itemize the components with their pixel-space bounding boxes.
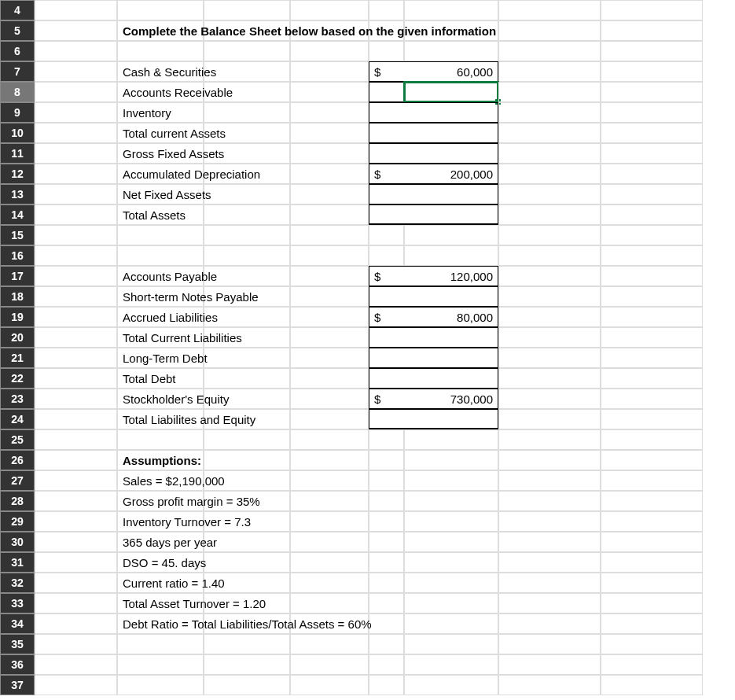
cell[interactable] [290,204,369,225]
cell[interactable] [35,123,117,143]
cell[interactable] [290,532,369,552]
cell[interactable] [290,61,369,82]
row-header-26[interactable]: 26 [0,450,35,470]
cell[interactable] [404,532,498,552]
cell[interactable] [117,675,204,695]
cell[interactable] [601,491,703,511]
label-cash[interactable]: Cash & Securities [117,61,204,82]
cell[interactable] [290,184,369,204]
cell[interactable] [601,532,703,552]
value-ta[interactable] [404,204,498,225]
cell[interactable] [601,409,703,429]
cell[interactable] [290,368,369,389]
assumption-6[interactable]: Current ratio = 1.40 [117,573,204,593]
cell[interactable] [601,102,703,123]
cell[interactable] [404,511,498,532]
value-tca-l[interactable] [369,123,404,143]
value-cash[interactable]: 60,000 [404,61,498,82]
assumption-4[interactable]: 365 days per year [117,532,204,552]
cell[interactable] [369,573,404,593]
label-accl[interactable]: Accrued Liabilities [117,307,204,327]
dollar-sign-cell[interactable]: $ [369,164,404,184]
value-inv[interactable] [404,102,498,123]
cell[interactable] [35,429,117,450]
cell[interactable] [601,61,703,82]
value-ltd-l[interactable] [369,348,404,368]
cell[interactable] [369,41,404,61]
row-header-32[interactable]: 32 [0,573,35,593]
cell[interactable] [369,675,404,695]
cell[interactable] [35,675,117,695]
cell[interactable] [35,61,117,82]
cell[interactable] [498,184,601,204]
cell[interactable] [117,634,204,654]
value-tle-l[interactable] [369,409,404,429]
cell[interactable] [35,491,117,511]
cell[interactable] [498,123,601,143]
dollar-sign-cell[interactable]: $ [369,389,404,409]
row-header-4[interactable]: 4 [0,0,35,20]
row-header-12[interactable]: 12 [0,164,35,184]
cell[interactable] [290,409,369,429]
assumption-7[interactable]: Total Asset Turnover = 1.20 [117,593,204,613]
cell[interactable] [35,634,117,654]
cell[interactable] [290,573,369,593]
cell[interactable] [35,573,117,593]
cell[interactable] [601,82,703,102]
cell[interactable] [369,225,404,245]
cell[interactable] [117,41,204,61]
cell[interactable] [601,143,703,164]
cell[interactable] [290,675,369,695]
cell[interactable] [498,102,601,123]
cell[interactable] [404,634,498,654]
cell[interactable] [404,491,498,511]
row-header-23[interactable]: 23 [0,389,35,409]
cell[interactable] [601,470,703,491]
cell[interactable] [404,593,498,613]
cell[interactable] [290,429,369,450]
cell[interactable] [601,675,703,695]
cell[interactable] [404,552,498,573]
cell[interactable] [498,654,601,675]
cell[interactable] [35,511,117,532]
cell[interactable] [601,552,703,573]
row-header-5[interactable]: 5 [0,20,35,41]
cell[interactable] [404,613,498,634]
cell[interactable] [204,245,290,266]
cell[interactable] [290,327,369,348]
cell[interactable] [35,613,117,634]
row-header-24[interactable]: 24 [0,409,35,429]
value-ltd[interactable] [404,348,498,368]
cell[interactable] [498,552,601,573]
cell[interactable] [204,204,290,225]
cell[interactable] [204,654,290,675]
value-accdep[interactable]: 200,000 [404,164,498,184]
cell[interactable] [498,532,601,552]
cell[interactable] [498,143,601,164]
cell[interactable] [498,164,601,184]
cell[interactable] [369,511,404,532]
row-header-36[interactable]: 36 [0,654,35,675]
row-header-21[interactable]: 21 [0,348,35,368]
cell[interactable] [35,307,117,327]
cell[interactable] [601,266,703,286]
row-header-31[interactable]: 31 [0,552,35,573]
cell[interactable] [204,0,290,20]
cell[interactable] [290,245,369,266]
cell[interactable] [498,593,601,613]
cell[interactable] [369,593,404,613]
label-ta[interactable]: Total Assets [117,204,204,225]
cell[interactable] [601,0,703,20]
cell[interactable] [290,491,369,511]
cell[interactable] [601,286,703,307]
cell[interactable] [601,573,703,593]
cell[interactable] [601,368,703,389]
cell[interactable] [204,450,290,470]
cell[interactable] [601,634,703,654]
cell[interactable] [404,654,498,675]
cell[interactable] [369,654,404,675]
row-header-19[interactable]: 19 [0,307,35,327]
cell[interactable] [35,225,117,245]
label-assumptions[interactable]: Assumptions: [117,450,204,470]
cell[interactable] [498,409,601,429]
